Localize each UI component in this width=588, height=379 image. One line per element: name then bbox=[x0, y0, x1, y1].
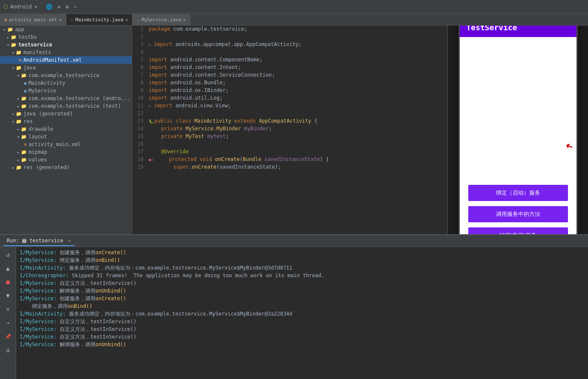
sidebar-item-app[interactable]: ▸ 📁 app bbox=[0, 26, 132, 33]
run-pin-icon[interactable]: 📌 bbox=[3, 331, 13, 342]
expand-arrow-values: ▸ bbox=[17, 158, 20, 162]
sidebar-label-java: java bbox=[23, 65, 36, 71]
project-title: ⬡ Android ▾ bbox=[3, 4, 37, 10]
run-project-icon: 🤖 bbox=[21, 238, 27, 243]
toolbar-icons: 🌐 ⇄ ⚙ — bbox=[46, 4, 77, 10]
code-line-12: 12 bbox=[132, 110, 447, 118]
run-output-line: I/MyService: 自定义方法，testInService() bbox=[20, 333, 585, 341]
project-name: Android bbox=[10, 4, 32, 10]
minus-icon[interactable]: — bbox=[74, 4, 77, 10]
tab-myservice-java[interactable]: ☕ MyService.java ✕ bbox=[133, 14, 190, 25]
phone-btn-call-method[interactable]: 调用服务中的方法 bbox=[468, 206, 568, 222]
folder-icon-com-test: 📁 bbox=[21, 103, 27, 109]
sidebar-label-app: app bbox=[15, 26, 24, 32]
sidebar-label-com-android: com.example.testservice (andro... bbox=[29, 95, 130, 101]
folder-icon-manifests: 📁 bbox=[16, 50, 22, 55]
run-indent-icon[interactable]: ⇥ bbox=[3, 318, 13, 328]
code-line-17: 17 @Override bbox=[132, 148, 447, 156]
folder-icon-com: 📁 bbox=[21, 73, 27, 78]
tab-close-myservice[interactable]: ✕ bbox=[183, 17, 186, 22]
folder-icon-res: 📁 bbox=[16, 119, 22, 124]
phone-device: ▌▌▌ ▶ 4G TestService 绑定（启动）服务 调用服务中的方法 解… bbox=[458, 26, 578, 234]
tab-close-activity-main[interactable]: ✕ bbox=[59, 17, 62, 22]
split-icon[interactable]: ⇄ bbox=[58, 4, 61, 10]
sidebar-item-com-android[interactable]: ▸ 📁 com.example.testservice (andro... bbox=[0, 95, 132, 102]
run-print-icon[interactable]: 🖨 bbox=[3, 345, 13, 355]
sidebar-label-manifests: manifests bbox=[23, 49, 51, 55]
run-restart-icon[interactable]: ↺ bbox=[3, 250, 13, 260]
sidebar-item-mainactivity[interactable]: ● MainActivity bbox=[0, 79, 132, 87]
sidebar-label-drawable: drawable bbox=[29, 126, 53, 132]
phone-app-bar: TestService bbox=[460, 26, 576, 37]
run-output-line: I/MyService: 解绑服务，调用onUnbind() bbox=[20, 287, 585, 295]
sidebar-item-drawable[interactable]: ▸ 📁 drawable bbox=[0, 125, 132, 133]
tab-close-mainactivity[interactable]: ✕ bbox=[125, 17, 128, 22]
code-line-15: 15 private MyTest mytest; bbox=[132, 133, 447, 141]
top-bar: ⬡ Android ▾ 🌐 ⇄ ⚙ — bbox=[0, 0, 588, 14]
run-output-line: I/MainActivity: 服务成功绑定，内存地址为：com.example… bbox=[20, 264, 585, 272]
sidebar-item-testbs[interactable]: ▸ 📁 testbs bbox=[0, 33, 132, 41]
tab-activity-main-xml[interactable]: ≋ activity_main.xml ✕ bbox=[0, 14, 66, 25]
run-sidebar: ↺ ▲ ■ ▼ ≡ ⇥ 📌 🖨 bbox=[0, 247, 16, 379]
globe-icon[interactable]: 🌐 bbox=[46, 4, 52, 10]
sidebar-label-activity-main-xml: activity_main.xml bbox=[29, 141, 81, 147]
sidebar-item-mipmap[interactable]: ▸ 📁 mipmap bbox=[0, 148, 132, 156]
sidebar-item-com-example[interactable]: ▾ 📁 com.example.testservice bbox=[0, 72, 132, 79]
sidebar-item-java-generated[interactable]: ▸ 📁 java (generated) bbox=[0, 110, 132, 118]
sidebar-item-res-generated[interactable]: ▸ 📁 res (generated) bbox=[0, 164, 132, 171]
expand-arrow-drawable: ▸ bbox=[17, 127, 20, 132]
run-wrap-icon[interactable]: ≡ bbox=[3, 304, 13, 314]
code-line-3: 3 ▷ import androidx.appcompat.app.AppCom… bbox=[132, 41, 447, 49]
sidebar-item-manifests[interactable]: ▾ 📁 manifests bbox=[0, 49, 132, 56]
run-down-icon[interactable]: ▼ bbox=[3, 290, 13, 301]
run-stop-icon[interactable]: ■ bbox=[3, 277, 13, 287]
java-tab-icon-service: ☕ bbox=[137, 17, 139, 22]
sidebar-label-res-gen: res (generated) bbox=[23, 164, 69, 170]
sidebar-item-testservice[interactable]: ▾ 📁 testservice bbox=[0, 41, 132, 49]
sidebar-item-com-test[interactable]: ▸ 📁 com.example.testservice (test) bbox=[0, 102, 132, 110]
sidebar-label-values: values bbox=[29, 157, 47, 163]
expand-arrow-com: ▾ bbox=[17, 73, 20, 78]
tab-label-myservice: MyService.java bbox=[141, 17, 181, 23]
code-line-19: 19 super.onCreate(savedInstanceState); bbox=[132, 164, 447, 171]
phone-btn-unbind[interactable]: 解绑(关闭)服务 bbox=[468, 227, 568, 234]
sidebar-label-java-gen: java (generated) bbox=[23, 111, 73, 117]
sidebar-item-androidmanifest[interactable]: ≋ AndroidManifest.xml bbox=[0, 56, 132, 64]
gear-icon[interactable]: ⚙ bbox=[66, 4, 69, 10]
code-line-16: 16 bbox=[132, 141, 447, 148]
sidebar-label-com-test: com.example.testservice (test) bbox=[29, 103, 121, 109]
xml-icon-layout: ≋ bbox=[24, 142, 27, 147]
run-output-line: I/Choreographer: Skipped 31 frames! The … bbox=[20, 272, 585, 279]
run-tab-run[interactable]: Run: 🤖 testservice ✕ bbox=[3, 236, 75, 246]
code-line-13: 13 🐛public class MainActivity extends Ap… bbox=[132, 118, 447, 125]
run-up-icon[interactable]: ▲ bbox=[3, 263, 13, 273]
java-icon-main: ● bbox=[24, 80, 27, 86]
phone-panel: ▌▌▌ ▶ 4G TestService 绑定（启动）服务 调用服务中的方法 解… bbox=[447, 26, 588, 234]
folder-icon-res-gen: 📁 bbox=[16, 165, 22, 170]
sidebar-item-res[interactable]: ▾ 📁 res bbox=[0, 118, 132, 125]
sidebar-item-activity-main-xml[interactable]: ≋ activity_main.xml bbox=[0, 141, 132, 148]
sidebar-item-myservice[interactable]: ● MyService bbox=[0, 87, 132, 95]
expand-arrow-com-test: ▸ bbox=[17, 104, 20, 109]
tab-bar: ≋ activity_main.xml ✕ ☕ MainActivity.jav… bbox=[0, 14, 588, 26]
sidebar-item-java[interactable]: ▾ 📁 java bbox=[0, 64, 132, 72]
run-tab-bar: Run: 🤖 testservice ✕ bbox=[0, 235, 588, 247]
sidebar-item-layout[interactable]: ▾ 📁 layout bbox=[0, 133, 132, 141]
phone-btn-bind-start[interactable]: 绑定（启动）服务 bbox=[468, 185, 568, 201]
expand-arrow-java: ▾ bbox=[12, 66, 14, 70]
folder-icon-testservice: 📁 bbox=[11, 42, 17, 48]
xml-tab-icon: ≋ bbox=[4, 17, 7, 22]
sidebar-label-testbs: testbs bbox=[18, 34, 37, 40]
java-tab-icon-main: ☕ bbox=[71, 17, 73, 22]
expand-arrow-testbs: ▸ bbox=[7, 35, 9, 40]
folder-icon-app: 📁 bbox=[7, 27, 13, 32]
dropdown-arrow[interactable]: ▾ bbox=[35, 4, 37, 10]
code-line-7: 7 import android.content.ServiceConnecti… bbox=[132, 72, 447, 79]
xml-icon-manifest: ≋ bbox=[19, 57, 22, 63]
code-line-9: 9 import android.os.IBinder; bbox=[132, 87, 447, 95]
sidebar-item-values[interactable]: ▸ 📁 values bbox=[0, 156, 132, 164]
run-tab-close[interactable]: ✕ bbox=[68, 238, 71, 244]
folder-icon-values: 📁 bbox=[21, 157, 27, 163]
project-sidebar: ▸ 📁 app ▸ 📁 testbs ▾ 📁 testservice ▾ 📁 m… bbox=[0, 26, 132, 234]
tab-mainactivity-java[interactable]: ☕ MainActivity.java ✕ bbox=[66, 14, 133, 25]
